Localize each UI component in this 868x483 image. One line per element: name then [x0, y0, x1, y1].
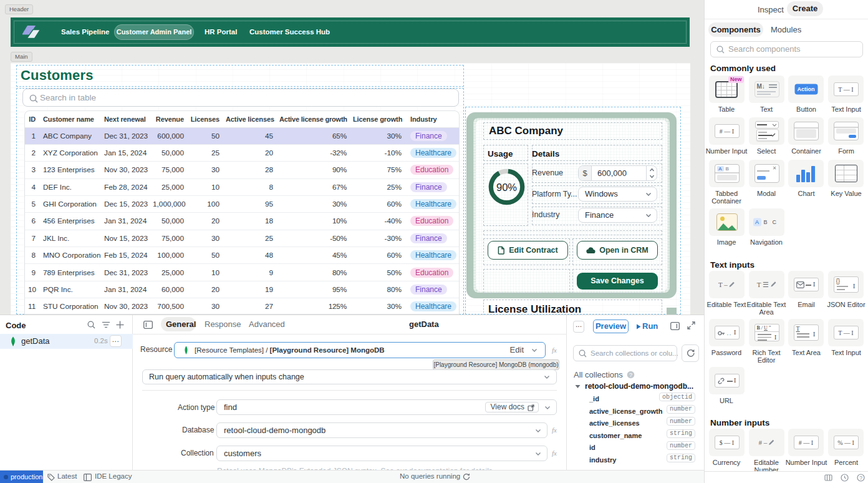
svg-text:?: ? — [629, 372, 632, 378]
svg-text:?: ? — [859, 475, 862, 481]
